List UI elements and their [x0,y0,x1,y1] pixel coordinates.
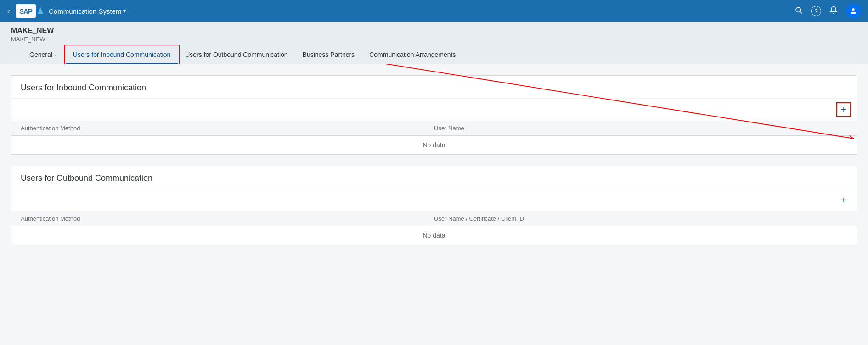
col-auth-method-outbound: Authentication Method [21,215,434,222]
outbound-no-data: No data [11,226,857,245]
tab-outbound[interactable]: Users for Outbound Communication [178,46,295,64]
outbound-section-toolbar: + [11,189,857,211]
tab-inbound[interactable]: Users for Inbound Communication [66,46,178,64]
content-area: Users for Inbound Communication + Authen… [0,64,868,267]
back-button[interactable]: ‹ [7,6,10,16]
add-outbound-button[interactable]: + [836,193,851,207]
col-auth-method-inbound: Authentication Method [21,125,434,132]
svg-marker-0 [38,7,43,14]
tab-partners[interactable]: Business Partners [295,46,362,64]
header-icons: ? [795,4,861,18]
app-title: Communication System ▾ [49,7,126,15]
outbound-section-title: Users for Outbound Communication [11,166,857,189]
avatar[interactable] [846,4,861,18]
svg-point-3 [852,8,854,11]
add-inbound-icon: + [841,105,846,115]
add-outbound-icon: + [841,195,846,206]
sap-diamond-icon [38,7,43,14]
col-cert-outbound: User Name / Certificate / Client ID [434,215,847,222]
app-header: ‹ SAP Communication System ▾ ? [0,0,868,22]
page-title: MAKE_NEW [11,27,857,35]
tab-arrangements[interactable]: Communication Arrangements [362,46,463,64]
svg-point-1 [796,7,801,12]
outbound-table-header: Authentication Method User Name / Certif… [11,211,857,226]
sap-logo-box: SAP [16,4,36,18]
tab-arrangements-label: Communication Arrangements [369,51,456,58]
inbound-section-title: Users for Inbound Communication [11,76,857,99]
tab-inbound-label: Users for Inbound Communication [73,51,170,58]
chevron-down-icon: ⌄ [54,52,58,58]
search-icon[interactable] [795,6,803,17]
inbound-section-toolbar: + [11,99,857,121]
inbound-table-header: Authentication Method User Name [11,121,857,136]
help-icon[interactable]: ? [811,6,821,16]
col-user-name-inbound: User Name [434,125,847,132]
app-title-arrow-icon: ▾ [123,8,126,14]
title-area: MAKE_NEW MAKE_NEW General ⌄ Users for In… [0,22,868,64]
svg-line-2 [800,11,802,13]
tab-partners-label: Business Partners [303,51,355,58]
outbound-section: Users for Outbound Communication + Authe… [11,166,857,245]
inbound-section: Users for Inbound Communication + Authen… [11,75,857,155]
tab-general-label: General [29,51,52,58]
bell-icon[interactable] [829,6,838,17]
tab-outbound-label: Users for Outbound Communication [185,51,287,58]
inbound-no-data: No data [11,136,857,154]
tab-general[interactable]: General ⌄ [22,46,66,64]
add-inbound-button[interactable]: + [836,102,851,117]
page-subtitle: MAKE_NEW [11,36,857,43]
tabs-bar: General ⌄ Users for Inbound Communicatio… [11,46,857,64]
app-title-text: Communication System [49,7,121,15]
sap-logo-text: SAP [19,7,32,15]
sap-logo: SAP [16,4,43,18]
